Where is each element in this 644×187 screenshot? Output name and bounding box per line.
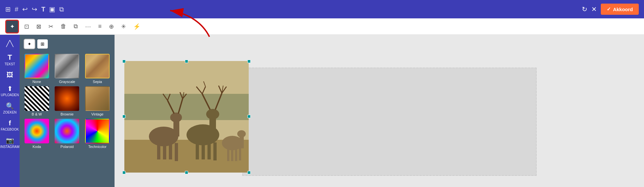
resize-icon[interactable]: ⊡ xyxy=(22,21,31,32)
filter-grid-button[interactable]: ⊞ xyxy=(37,39,48,49)
filter-thumb-polaroid xyxy=(55,119,79,143)
selection-handle-bc xyxy=(185,171,188,174)
filter-item-sepia[interactable]: Sepia xyxy=(83,54,111,84)
sidebar-tekst-label: TEKST xyxy=(5,62,15,66)
upload-icon: ⬆ xyxy=(7,85,13,93)
filter-item-polaroid[interactable]: Polaroid xyxy=(53,119,81,149)
filter-label-grayscale: Grayscale xyxy=(59,80,75,84)
filter-thumb-bw xyxy=(25,86,49,111)
layers-icon[interactable]: ⊕ xyxy=(107,21,116,32)
burst-icon[interactable]: ✳ xyxy=(119,21,128,32)
filter-thumb-none xyxy=(25,54,49,78)
none-balloon xyxy=(25,54,48,78)
filter-thumb-brownie xyxy=(55,86,79,111)
draw-icon: ╱╲ xyxy=(6,40,13,47)
filter-item-koda[interactable]: Koda xyxy=(23,119,51,149)
sidebar-facebook-label: FACEBOOK xyxy=(1,128,19,131)
akkoord-button[interactable]: ✓ Akkoord xyxy=(601,4,639,15)
refresh-button[interactable]: ↻ xyxy=(582,5,587,13)
main-area: ╱╲ T TEKST 🖼 ⬆ UPLOADEN 🔍 ZOEKEN f FACEB… xyxy=(0,35,644,187)
filter-item-none[interactable]: None xyxy=(23,54,51,84)
text-sidebar-icon: T xyxy=(8,53,12,62)
redo-icon[interactable]: ↪ xyxy=(32,5,37,13)
filter-thumb-sepia xyxy=(85,54,110,78)
svg-rect-37 xyxy=(239,148,241,160)
facebook-icon: f xyxy=(9,119,11,127)
close-button[interactable]: ✕ xyxy=(591,5,597,13)
filter-thumb-technicolor xyxy=(85,119,110,143)
filters-header: ✦ ⊞ xyxy=(23,38,111,50)
svg-rect-7 xyxy=(169,143,172,159)
filter-item-brownie[interactable]: Brownie xyxy=(53,86,81,116)
left-sidebar: ╱╲ T TEKST 🖼 ⬆ UPLOADEN 🔍 ZOEKEN f FACEB… xyxy=(0,35,20,187)
image-icon: 🖼 xyxy=(7,71,13,79)
filter-item-technicolor[interactable]: Technicolor xyxy=(83,119,111,149)
svg-rect-6 xyxy=(163,143,166,159)
svg-rect-3 xyxy=(124,94,249,120)
svg-rect-38 xyxy=(240,136,244,148)
grid-icon[interactable]: ⊞ xyxy=(5,5,11,13)
svg-rect-8 xyxy=(175,143,178,161)
selection-handle-tr xyxy=(247,60,251,63)
filters-grid: None Grayscale Sepia B & W Brownie xyxy=(23,54,111,149)
sidebar-item-draw[interactable]: ╱╲ xyxy=(1,38,19,50)
sidebar-item-instagram[interactable]: 📷 INSTAGRAM xyxy=(1,135,19,151)
filter-item-bw[interactable]: B & W xyxy=(23,86,51,116)
filter-item-grayscale[interactable]: Grayscale xyxy=(53,54,81,84)
svg-point-10 xyxy=(170,113,182,122)
svg-rect-23 xyxy=(209,117,216,136)
svg-rect-35 xyxy=(231,148,233,161)
sidebar-item-zoeken[interactable]: 🔍 ZOEKEN xyxy=(1,100,19,116)
sidebar-uploaden-label: UPLOADEN xyxy=(1,93,19,97)
svg-rect-9 xyxy=(173,120,179,136)
svg-point-39 xyxy=(237,130,246,137)
hashtag-icon[interactable]: # xyxy=(15,6,18,13)
sidebar-item-tekst[interactable]: T TEKST xyxy=(1,51,19,68)
selection-handle-br xyxy=(247,171,251,174)
instagram-icon: 📷 xyxy=(6,136,14,144)
top-toolbar-left: ⊞ # ↩ ↪ T ▣ ⧉ xyxy=(5,5,64,13)
selection-handle-bl xyxy=(122,171,126,174)
clipboard-icon[interactable]: ⧉ xyxy=(59,6,64,13)
selection-handle-tc xyxy=(185,60,188,63)
checkmark-icon: ✓ xyxy=(607,6,611,12)
scissors-icon[interactable]: ✂ xyxy=(46,21,55,32)
filter-label-sepia: Sepia xyxy=(93,80,102,84)
copy-icon[interactable]: ⧉ xyxy=(72,21,80,32)
selection-handle-mr xyxy=(247,115,251,118)
filter-label-bw: B & W xyxy=(32,112,42,116)
filter-magic-button[interactable]: ✦ xyxy=(24,39,35,49)
search-icon: 🔍 xyxy=(6,102,14,110)
filter-thumb-grayscale xyxy=(55,54,79,78)
delete-icon[interactable]: 🗑 xyxy=(59,21,68,32)
deer-svg xyxy=(124,61,249,173)
filter-label-vintage: Vintage xyxy=(91,112,103,116)
svg-point-24 xyxy=(206,109,219,119)
selection-handle-tl xyxy=(122,60,126,63)
svg-rect-5 xyxy=(157,143,160,159)
crop-icon[interactable]: ⊠ xyxy=(34,21,43,32)
canvas-placeholder xyxy=(242,68,537,176)
sidebar-item-image[interactable]: 🖼 xyxy=(1,69,19,81)
undo-icon[interactable]: ↩ xyxy=(22,5,28,13)
filters-panel: ✦ ⊞ None Grayscale Sepia xyxy=(20,35,115,187)
filter-thumb-koda xyxy=(25,119,49,143)
text-icon[interactable]: T xyxy=(41,6,45,13)
magic-wand-button[interactable]: ✦ xyxy=(5,20,19,33)
frame-icon[interactable]: ▣ xyxy=(49,5,55,13)
svg-rect-20 xyxy=(202,142,205,159)
lightning-icon[interactable]: ⚡ xyxy=(131,21,142,32)
align-icon[interactable]: ≡ xyxy=(96,21,104,32)
filter-label-polaroid: Polaroid xyxy=(61,145,74,149)
sidebar-item-uploaden[interactable]: ⬆ UPLOADEN xyxy=(1,83,19,99)
top-toolbar: ⊞ # ↩ ↪ T ▣ ⧉ ↻ ✕ ✓ Akkoord xyxy=(0,0,644,18)
top-toolbar-right: ↻ ✕ ✓ Akkoord xyxy=(582,4,639,15)
filter-thumb-vintage xyxy=(85,86,110,111)
svg-rect-36 xyxy=(235,148,237,161)
filter-item-vintage[interactable]: Vintage xyxy=(83,86,111,116)
effects-icon[interactable]: ⋯ xyxy=(83,21,93,32)
svg-rect-22 xyxy=(213,142,217,160)
canvas-area[interactable] xyxy=(115,35,644,187)
sidebar-item-facebook[interactable]: f FACEBOOK xyxy=(1,117,19,133)
svg-rect-34 xyxy=(227,148,229,161)
